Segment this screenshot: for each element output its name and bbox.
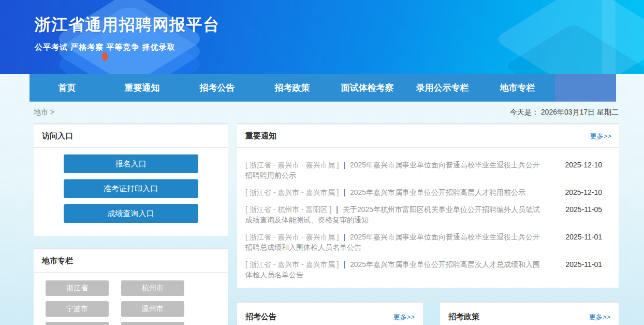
orange-dot-graphic — [102, 52, 108, 61]
breadcrumb[interactable]: 地市 > — [34, 108, 54, 117]
notice-region: [ 浙江省 - 嘉兴市 - 嘉兴市属 ] — [245, 260, 339, 269]
city-button[interactable]: 温州市 — [121, 301, 184, 317]
policies-panel: 招考政策 更多>> — [440, 301, 619, 325]
notice-item: [ 浙江省 - 嘉兴市 - 嘉兴市属 ] | 2025年嘉兴市属事业单位公开招聘… — [245, 187, 602, 197]
today-date: 今天是： 2026年03月17日 星期二 — [510, 108, 619, 117]
notice-item: [ 浙江省 - 嘉兴市 - 嘉兴市属 ] | 2025年嘉兴市属事业单位公开招聘… — [245, 259, 602, 280]
notices-panel-title: 重要通知 — [245, 131, 276, 141]
edge-highlight-graphic — [602, 0, 616, 74]
nav-item[interactable]: 地市专栏 — [480, 74, 555, 102]
main-content: 访问入口 报名入口 准考证打印入口 成绩查询入口 地市专栏 浙江省 — [34, 123, 619, 325]
notice-separator: | — [336, 205, 338, 214]
right-column: 重要通知 更多>> [ 浙江省 - 嘉兴市 - 嘉兴市属 ] | 2025年嘉兴… — [237, 123, 619, 325]
notice-link[interactable]: [ 浙江省 - 嘉兴市 - 嘉兴市属 ] | 2025年嘉兴市属事业单位公开招聘… — [245, 187, 546, 197]
cube-graphic — [502, 0, 644, 74]
notice-region: [ 浙江省 - 杭州市 - 富阳区 ] — [245, 205, 331, 214]
site-title: 浙江省通用招聘网报平台 — [35, 14, 220, 36]
nav-filler-block — [555, 74, 616, 102]
notice-separator: | — [343, 188, 345, 196]
entrance-button[interactable]: 报名入口 — [64, 154, 198, 173]
notice-region: [ 浙江省 - 嘉兴市 - 嘉兴市属 ] — [245, 161, 339, 169]
notice-separator: | — [343, 233, 345, 241]
breadcrumb-arrow: > — [50, 108, 54, 116]
nav-item[interactable]: 招考公告 — [180, 74, 255, 102]
nav-item[interactable]: 录用公示专栏 — [405, 74, 480, 102]
notice-title: 2025年嘉兴市属事业单位公开招聘高层人才聘用前公示 — [350, 188, 525, 196]
access-panel-title: 访问入口 — [42, 131, 73, 141]
announcements-more-link[interactable]: 更多>> — [393, 313, 415, 322]
notice-date: 2025-12-10 — [565, 160, 602, 170]
notice-date: 2025-11-05 — [565, 204, 602, 215]
bottom-row: 招考公告 更多>> 招考政策 更多>> — [237, 301, 619, 325]
notice-region: [ 浙江省 - 嘉兴市 - 嘉兴市属 ] — [245, 188, 339, 196]
notice-date: 2025-12-10 — [565, 187, 602, 197]
breadcrumb-current[interactable]: 地市 — [34, 108, 48, 116]
notice-item: [ 浙江省 - 杭州市 - 富阳区 ] | 关于2025年杭州市富阳区机关事业单… — [245, 204, 602, 225]
site-header: 浙江省通用招聘网报平台 公平考试 严格考察 平等竞争 择优录取 — [0, 0, 644, 74]
city-button[interactable]: 杭州市 — [121, 280, 184, 296]
important-notices-panel: 重要通知 更多>> [ 浙江省 - 嘉兴市 - 嘉兴市属 ] | 2025年嘉兴… — [237, 123, 619, 288]
notice-separator: | — [343, 161, 345, 169]
site-slogan: 公平考试 严格考察 平等竞争 择优录取 — [35, 43, 220, 52]
nav-item[interactable]: 重要通知 — [105, 74, 180, 102]
city-panel-title: 地市专栏 — [42, 256, 73, 266]
notice-date: 2025-11-01 — [565, 259, 602, 270]
main-nav: 首页 重要通知 招考公告 招考政策 面试体检考察 录用公示专栏 地市专栏 — [30, 74, 616, 102]
notice-region: [ 浙江省 - 嘉兴市 - 嘉兴市属 ] — [245, 233, 339, 241]
policies-more-link[interactable]: 更多>> — [589, 313, 610, 322]
notice-link[interactable]: [ 浙江省 - 嘉兴市 - 嘉兴市属 ] | 2025年嘉兴市属事业单位面向普通… — [245, 160, 546, 180]
notice-link[interactable]: [ 浙江省 - 嘉兴市 - 嘉兴市属 ] | 2025年嘉兴市属事业单位面向普通… — [245, 232, 547, 252]
notice-item: [ 浙江省 - 嘉兴市 - 嘉兴市属 ] | 2025年嘉兴市属事业单位面向普通… — [245, 160, 602, 180]
city-button[interactable]: 浙江省 — [46, 280, 109, 296]
left-column: 访问入口 报名入口 准考证打印入口 成绩查询入口 地市专栏 浙江省 — [34, 123, 228, 325]
notice-date: 2025-11-01 — [565, 232, 602, 242]
access-entrance-panel: 访问入口 报名入口 准考证打印入口 成绩查询入口 — [34, 123, 228, 236]
notices-more-link[interactable]: 更多>> — [590, 132, 611, 141]
notice-link[interactable]: [ 浙江省 - 杭州市 - 富阳区 ] | 关于2025年杭州市富阳区机关事业单… — [245, 204, 547, 225]
notice-link[interactable]: [ 浙江省 - 嘉兴市 - 嘉兴市属 ] | 2025年嘉兴市属事业单位公开招聘… — [245, 259, 547, 280]
entrance-button[interactable]: 准考证打印入口 — [64, 179, 198, 198]
notice-separator: | — [343, 260, 345, 269]
nav-item[interactable]: 首页 — [30, 74, 105, 102]
city-button[interactable] — [121, 322, 184, 325]
meta-bar: 地市 > 今天是： 2026年03月17日 星期二 — [34, 102, 619, 123]
city-button[interactable] — [46, 322, 109, 325]
announcements-panel: 招考公告 更多>> — [237, 301, 423, 325]
notice-item: [ 浙江省 - 嘉兴市 - 嘉兴市属 ] | 2025年嘉兴市属事业单位面向普通… — [245, 232, 602, 252]
nav-item[interactable]: 面试体检考察 — [330, 74, 405, 102]
entrance-button[interactable]: 成绩查询入口 — [64, 204, 198, 223]
city-column-panel: 地市专栏 浙江省 杭州市 宁波市 温州市 — [34, 248, 228, 325]
nav-item[interactable]: 招考政策 — [255, 74, 330, 102]
city-button[interactable]: 宁波市 — [46, 301, 109, 317]
announcements-panel-title: 招考公告 — [245, 312, 276, 322]
policies-panel-title: 招考政策 — [448, 312, 479, 322]
